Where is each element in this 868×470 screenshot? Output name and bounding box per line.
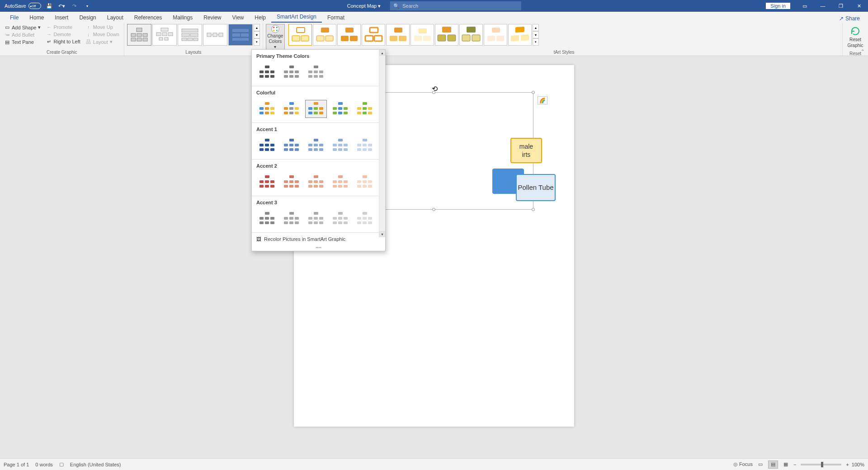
close-icon[interactable]: ✕: [850, 0, 868, 12]
zoom-out-button[interactable]: −: [793, 462, 796, 467]
layout-options-icon[interactable]: 🌈: [538, 96, 547, 104]
tab-references[interactable]: References: [129, 13, 167, 23]
collapse-ribbon-icon[interactable]: ⌃: [861, 49, 864, 54]
handle-n[interactable]: [432, 91, 435, 94]
swatch-accent1-2[interactable]: [281, 136, 302, 155]
signin-button[interactable]: Sign in: [766, 3, 790, 9]
style-option-3[interactable]: [337, 24, 361, 46]
text-pane-button[interactable]: ▤Text Pane: [3, 39, 42, 45]
swatch-accent2-5[interactable]: [354, 173, 376, 191]
swatch-primary-1[interactable]: [256, 63, 278, 81]
handle-se[interactable]: [532, 208, 535, 211]
style-scroll-up[interactable]: ▲: [533, 24, 539, 31]
tab-design[interactable]: Design: [74, 13, 101, 23]
rtl-button[interactable]: ↵Right to Left: [44, 38, 82, 45]
save-icon[interactable]: 💾: [45, 1, 54, 10]
zoom-thumb[interactable]: [821, 462, 823, 467]
tab-format[interactable]: Format: [322, 13, 350, 23]
tab-view[interactable]: View: [227, 13, 250, 23]
swatch-accent2-3[interactable]: [305, 173, 327, 191]
zoom-in-button[interactable]: +: [846, 462, 849, 467]
layout-option-1[interactable]: [127, 24, 151, 46]
autosave-toggle[interactable]: AutoSave ● Off: [5, 3, 41, 9]
ribbon-display-icon[interactable]: ▭: [796, 0, 814, 12]
swatch-accent3-2[interactable]: [281, 210, 302, 228]
tab-help[interactable]: Help: [249, 13, 271, 23]
style-option-6[interactable]: [410, 24, 434, 46]
tab-insert[interactable]: Insert: [49, 13, 74, 23]
swatch-accent3-4[interactable]: [330, 210, 351, 228]
layout-option-2[interactable]: [152, 24, 177, 46]
swatch-primary-3[interactable]: [305, 63, 327, 81]
view-print-icon[interactable]: ▤: [768, 461, 778, 469]
tab-smartart-design[interactable]: SmartArt Design: [271, 12, 322, 23]
layout-scroll-up[interactable]: ▲: [254, 24, 260, 31]
view-read-icon[interactable]: ▭: [755, 461, 765, 469]
dropdown-resize-grip[interactable]: ••••: [252, 245, 385, 251]
swatch-accent1-4[interactable]: [330, 136, 351, 155]
tab-review[interactable]: Review: [198, 13, 226, 23]
recolor-pictures-button[interactable]: 🖼 Recolor Pictures in SmartArt Graphic: [252, 232, 385, 245]
swatch-colorful-3[interactable]: [305, 100, 327, 118]
smartart-node-pollen[interactable]: Pollen Tube: [516, 174, 556, 201]
search-box[interactable]: 🔍 Search: [390, 1, 521, 10]
undo-icon[interactable]: ↶▾: [57, 1, 66, 10]
status-words[interactable]: 0 words: [35, 462, 53, 467]
focus-mode-button[interactable]: ◎ Focus: [733, 461, 753, 467]
swatch-accent1-3[interactable]: [305, 136, 327, 155]
status-page[interactable]: Page 1 of 1: [4, 462, 29, 467]
swatch-colorful-1[interactable]: [256, 100, 278, 118]
style-option-5[interactable]: [386, 24, 410, 46]
minimize-icon[interactable]: —: [814, 0, 832, 12]
add-shape-button[interactable]: ▭Add Shape ▾: [3, 24, 42, 31]
tab-layout[interactable]: Layout: [102, 13, 129, 23]
swatch-accent3-3[interactable]: [305, 210, 327, 228]
handle-ne[interactable]: [532, 91, 535, 94]
dropdown-scroll-up[interactable]: ▲: [379, 50, 385, 56]
zoom-slider[interactable]: [801, 464, 841, 465]
dropdown-scroll-down[interactable]: ▼: [379, 231, 385, 237]
qat-customize-icon[interactable]: ▾: [83, 1, 92, 10]
swatch-accent3-5[interactable]: [354, 210, 376, 228]
layout-option-4[interactable]: [203, 24, 227, 46]
reset-graphic-button[interactable]: Reset Graphic: [845, 24, 865, 50]
swatch-accent2-1[interactable]: [256, 173, 278, 191]
smartart-node-female[interactable]: male irts: [510, 138, 542, 163]
maximize-icon[interactable]: ❐: [832, 0, 850, 12]
style-scroll-down[interactable]: ▼: [533, 31, 539, 38]
tab-mailings[interactable]: Mailings: [167, 13, 198, 23]
status-proofing-icon[interactable]: ▢: [59, 461, 64, 467]
style-option-8[interactable]: [459, 24, 483, 46]
swatch-accent2-4[interactable]: [330, 173, 351, 191]
swatch-accent2-2[interactable]: [281, 173, 302, 191]
tab-home[interactable]: Home: [24, 13, 49, 23]
swatch-accent1-5[interactable]: [354, 136, 376, 155]
style-option-9[interactable]: [484, 24, 507, 46]
document-canvas[interactable]: ⟲ ◁ 🌈 male irts Pollen Tube: [0, 56, 868, 458]
style-option-4[interactable]: [362, 24, 385, 46]
style-option-7[interactable]: [435, 24, 458, 46]
style-option-1[interactable]: [288, 24, 312, 46]
rotate-handle[interactable]: ⟲: [432, 85, 436, 89]
status-language[interactable]: English (United States): [70, 462, 121, 467]
layout-scroll-more[interactable]: ▾: [254, 38, 260, 46]
layout-option-5[interactable]: [228, 24, 253, 46]
autosave-switch[interactable]: ● Off: [28, 3, 41, 9]
style-option-2[interactable]: [313, 24, 336, 46]
tab-file[interactable]: File: [5, 13, 24, 23]
swatch-colorful-5[interactable]: [354, 100, 376, 118]
change-colors-button[interactable]: Change Colors ▾: [266, 24, 285, 50]
dropdown-scrollbar[interactable]: ▲ ▼: [379, 50, 385, 237]
layout-scroll-down[interactable]: ▼: [254, 31, 260, 38]
swatch-accent1-1[interactable]: [256, 136, 278, 155]
redo-icon[interactable]: ↷: [70, 1, 79, 10]
handle-s[interactable]: [432, 208, 435, 211]
swatch-accent3-1[interactable]: [256, 210, 278, 228]
share-button[interactable]: ↗ Share: [835, 14, 863, 23]
swatch-primary-2[interactable]: [281, 63, 302, 81]
layout-option-3[interactable]: [178, 24, 202, 46]
style-option-10[interactable]: [508, 24, 532, 46]
swatch-colorful-2[interactable]: [281, 100, 302, 118]
style-scroll-more[interactable]: ▾: [533, 38, 539, 46]
zoom-level[interactable]: 100%: [852, 462, 864, 467]
